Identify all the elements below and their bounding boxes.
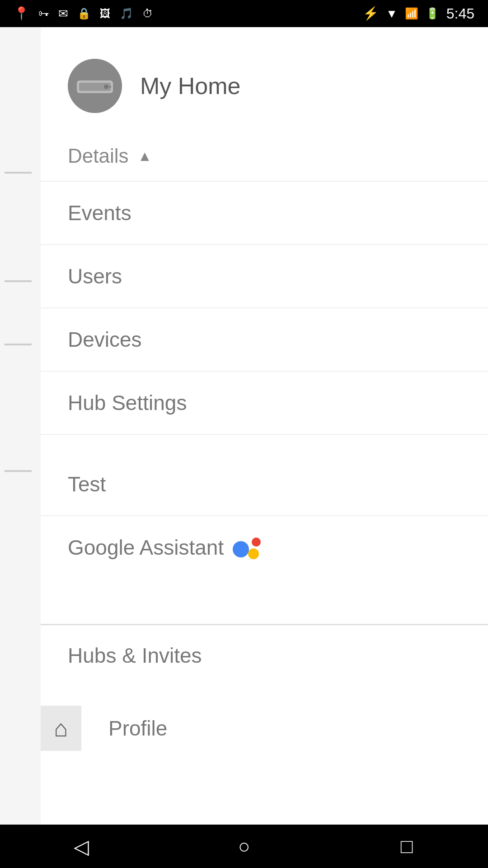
details-section[interactable]: Details ▲ (41, 136, 488, 181)
mail-icon: ✉ (58, 8, 68, 19)
navigation-bar: ◁ ○ □ (0, 825, 488, 868)
home-icon: ⌂ (54, 715, 68, 742)
battery-icon: 🔋 (426, 8, 439, 19)
status-bar-right: ⚡ ▼ 📶 🔋 5:45 (363, 5, 474, 22)
content-area: My Home Details ▲ Events Users Devices H… (41, 27, 488, 825)
wifi-icon: ▼ (386, 8, 398, 19)
sidebar-divider-2 (5, 280, 32, 282)
sidebar-divider-3 (5, 344, 32, 345)
bluetooth-icon: ⚡ (363, 7, 379, 20)
sidebar-divider-4 (5, 470, 32, 472)
menu-item-hubs-invites-label: Hubs & Invites (68, 643, 202, 668)
hub-name: My Home (140, 72, 240, 99)
hub-device-icon (75, 74, 115, 99)
google-dot-red (252, 538, 261, 547)
menu-item-users-label: Users (68, 264, 122, 288)
menu-item-profile-label: Profile (81, 716, 167, 741)
status-time: 5:45 (446, 5, 474, 22)
status-bar-left: 📍 🗝 ✉ 🔒 🖼 🎵 ⏱ (14, 7, 153, 20)
menu-item-hub-settings-label: Hub Settings (68, 391, 187, 415)
sync-icon: ⏱ (142, 8, 153, 19)
nav-recents-button[interactable]: □ (380, 833, 434, 860)
signal-icon: 📶 (405, 8, 418, 19)
sidebar-divider-1 (5, 172, 32, 174)
google-assistant-dots (233, 538, 261, 557)
menu-item-devices-label: Devices (68, 327, 142, 352)
menu-item-profile[interactable]: ⌂ Profile (41, 687, 488, 770)
menu-item-google-assistant[interactable]: Google Assistant (41, 516, 488, 579)
nav-back-icon: ◁ (74, 835, 89, 858)
main-container: My Home Details ▲ Events Users Devices H… (0, 27, 488, 825)
menu-item-hubs-invites[interactable]: Hubs & Invites (41, 639, 488, 687)
menu-item-test-label: Test (68, 472, 106, 496)
hub-avatar (68, 59, 122, 113)
lock-icon: 🔒 (77, 8, 91, 19)
google-dot-yellow (248, 548, 259, 559)
music-icon: 🎵 (120, 8, 133, 19)
menu-item-events-label: Events (68, 201, 131, 225)
menu-item-test[interactable]: Test (41, 453, 488, 515)
image-icon: 🖼 (100, 8, 111, 19)
menu-item-hub-settings[interactable]: Hub Settings (41, 372, 488, 434)
nav-home-button[interactable]: ○ (217, 833, 271, 860)
spacer-1 (41, 435, 488, 453)
svg-point-2 (104, 85, 108, 89)
details-label: Details (68, 145, 129, 167)
nav-recents-icon: □ (401, 835, 413, 858)
status-bar: 📍 🗝 ✉ 🔒 🖼 🎵 ⏱ ⚡ ▼ 📶 🔋 5:45 (0, 0, 488, 27)
menu-item-devices[interactable]: Devices (41, 308, 488, 371)
menu-item-events[interactable]: Events (41, 182, 488, 244)
hub-header: My Home (41, 45, 488, 136)
nav-home-icon: ○ (238, 835, 250, 858)
menu-item-users[interactable]: Users (41, 245, 488, 307)
menu-item-google-assistant-label: Google Assistant (68, 535, 224, 560)
google-dot-blue (233, 541, 249, 557)
big-separator (41, 624, 488, 625)
details-arrow-icon: ▲ (138, 148, 152, 165)
profile-home-bg: ⌂ (41, 706, 81, 751)
sidebar-strip (0, 27, 41, 825)
pin-icon: 📍 (14, 7, 29, 20)
key-icon: 🗝 (38, 8, 49, 19)
svg-point-3 (108, 85, 111, 88)
nav-back-button[interactable]: ◁ (54, 833, 108, 860)
